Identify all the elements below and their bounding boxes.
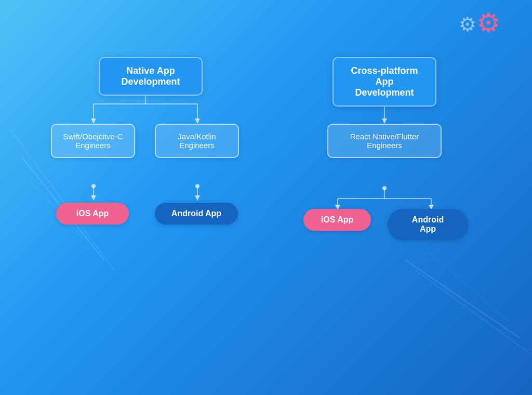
gear-small-icon: ⚙ [459,15,476,34]
native-android-node: Android App [155,203,238,225]
svg-marker-15 [91,195,96,201]
native-app-root-node: Native App Development [99,57,192,96]
gear-large-icon: ⚙ [476,9,501,36]
svg-point-14 [91,184,96,188]
diagram-wrapper: Native App Development Swift/Obejcitve-C… [0,52,532,395]
swift-engineers-node: Swift/Obejcitve-C Engineers [51,124,135,158]
crossplatform-android-node: Android App [388,209,468,240]
crossplatform-root-label: Cross-platform App Development [332,57,436,107]
java-engineers-label: Java/Kotlin Engineers [155,124,239,158]
react-native-engineers-node: React Native/Flutter Engineers [327,124,442,158]
native-app-root-label: Native App Development [99,57,203,96]
svg-point-23 [382,186,387,190]
svg-marker-21 [382,118,387,124]
crossplatform-root-node: Cross-platform App Development [332,57,436,107]
crossplatform-ios-node: iOS App [303,209,371,231]
gears-decoration: ⚙ ⚙ [459,9,501,34]
swift-engineers-label: Swift/Obejcitve-C Engineers [51,124,135,158]
java-engineers-node: Java/Kotlin Engineers [155,124,239,158]
svg-marker-11 [195,118,200,124]
crossplatform-android-label: Android App [388,209,468,240]
native-android-label: Android App [155,203,238,225]
svg-marker-18 [195,195,200,201]
native-ios-label: iOS App [56,203,129,225]
react-native-engineers-label: React Native/Flutter Engineers [327,124,442,158]
crossplatform-ios-label: iOS App [303,209,371,231]
native-ios-node: iOS App [56,203,129,225]
svg-marker-9 [91,118,96,124]
svg-point-17 [195,184,200,188]
